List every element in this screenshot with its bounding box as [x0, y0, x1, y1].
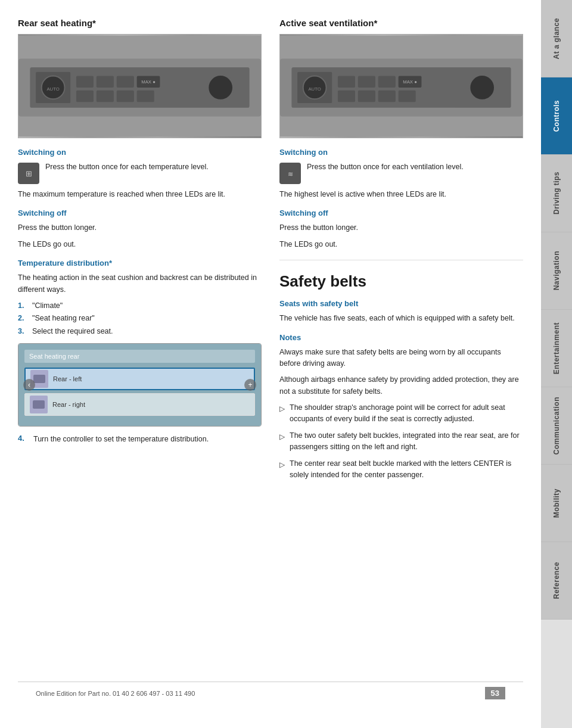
left-switching-on-icon-text: Press the button once for each temperatu… — [45, 161, 209, 173]
right-switching-off-title: Switching off — [279, 209, 523, 217]
step-2-text: "Seat heating rear" — [32, 313, 95, 324]
svg-rect-15 — [137, 91, 154, 102]
right-switching-on-row: ≋ Press the button once for each ventila… — [279, 161, 523, 184]
bullet-list: ▷ The shoulder strap's anchorage point w… — [279, 402, 523, 481]
tab-entertainment-label: Entertainment — [552, 322, 561, 374]
active-vent-image: AUTO MAX ● — [279, 34, 523, 138]
svg-rect-12 — [76, 91, 94, 102]
svg-rect-36 — [378, 91, 396, 102]
svg-rect-19 — [33, 375, 45, 383]
left-switching-on-row: ⊞ Press the button once for each tempera… — [18, 161, 262, 184]
left-switching-on-body: The maximum temperature is reached when … — [18, 189, 262, 200]
bullet-item-3: ▷ The center rear seat belt buckle marke… — [279, 458, 523, 481]
temp-dist-title: Temperature distribution* — [18, 259, 262, 267]
tab-at-a-glance[interactable]: At a glance — [541, 0, 572, 77]
vent-button-icon: ≋ — [279, 163, 301, 184]
bullet-text-2: The two outer safety belt buckles, integ… — [290, 430, 523, 453]
notes-body2: Although airbags enhance safety by provi… — [279, 374, 523, 397]
left-switching-on-title: Switching on — [18, 148, 262, 157]
step-1-num: 1. — [18, 300, 27, 312]
seats-title: Seats with safety belt — [279, 299, 523, 308]
seat-heating-screen: Seat heating rear Rear - left — [18, 343, 262, 427]
page-number: 53 — [485, 687, 505, 699]
bullet-arrow-3: ▷ — [279, 459, 285, 481]
svg-text:AUTO: AUTO — [46, 86, 59, 92]
tab-driving-tips-label: Driving tips — [552, 172, 561, 214]
step-4-text: Turn the controller to set the temperatu… — [33, 434, 209, 445]
screen-header: Seat heating rear — [24, 350, 255, 363]
svg-point-33 — [470, 75, 495, 101]
bullet-arrow-2: ▷ — [279, 431, 285, 453]
right-switching-off-line2: The LEDs go out. — [279, 239, 523, 250]
tab-driving-tips[interactable]: Driving tips — [541, 155, 572, 232]
step-3-num: 3. — [18, 326, 27, 337]
svg-rect-35 — [358, 91, 375, 102]
svg-text:MAX ●: MAX ● — [403, 79, 417, 85]
notes-title: Notes — [279, 333, 523, 342]
left-switching-off-line1: Press the button longer. — [18, 222, 262, 234]
sidebar-tabs: At a glance Controls Driving tips Naviga… — [541, 0, 572, 728]
svg-rect-14 — [117, 91, 134, 102]
right-switching-off-line1: Press the button longer. — [279, 222, 523, 234]
step-1: 1. "Climate" — [18, 300, 262, 312]
page-footer: Online Edition for Part no. 01 40 2 606 … — [18, 682, 523, 704]
screen-header-text: Seat heating rear — [29, 353, 79, 360]
svg-rect-21 — [33, 400, 45, 409]
svg-text:MAX ●: MAX ● — [141, 79, 156, 85]
tab-reference[interactable]: Reference — [541, 542, 572, 620]
svg-rect-7 — [97, 76, 114, 88]
tab-entertainment[interactable]: Entertainment — [541, 310, 572, 387]
screen-item-2: Rear - right — [24, 393, 255, 416]
svg-rect-8 — [117, 76, 134, 88]
heat-button-icon: ⊞ — [18, 163, 39, 184]
bullet-item-2: ▷ The two outer safety belt buckles, int… — [279, 430, 523, 453]
tab-reference-label: Reference — [552, 562, 561, 599]
svg-rect-34 — [338, 91, 355, 102]
tab-controls[interactable]: Controls — [541, 77, 572, 155]
bullet-arrow-1: ▷ — [279, 403, 285, 425]
screen-item-2-text: Rear - right — [52, 401, 85, 408]
right-switching-on-body: The highest level is active when three L… — [279, 189, 523, 200]
steps-list: 1. "Climate" 2. "Seat heating rear" 3. S… — [18, 300, 262, 337]
tab-navigation[interactable]: Navigation — [541, 232, 572, 310]
step-2: 2. "Seat heating rear" — [18, 313, 262, 324]
step-4-row: 4. Turn the controller to set the temper… — [18, 434, 262, 445]
seats-body: The vehicle has five seats, each of whic… — [279, 313, 523, 324]
step-1-text: "Climate" — [32, 300, 63, 312]
step-3: 3. Select the required seat. — [18, 326, 262, 337]
right-switching-on-title: Switching on — [279, 148, 523, 157]
screen-nav-left: ‹ — [23, 379, 35, 391]
right-switching-on-icon-text: Press the button once for each ventilati… — [307, 161, 464, 173]
tab-at-a-glance-label: At a glance — [552, 18, 561, 60]
svg-rect-37 — [399, 91, 416, 102]
svg-rect-28 — [338, 76, 355, 88]
active-vent-title: Active seat ventilation* — [279, 18, 523, 28]
screen-item-1: Rear - left — [24, 368, 255, 390]
bullet-item-1: ▷ The shoulder strap's anchorage point w… — [279, 402, 523, 425]
right-column: Active seat ventilation* AUTO — [279, 18, 523, 486]
step-4-num: 4. — [18, 434, 27, 443]
section-divider — [279, 260, 523, 260]
temp-dist-body: The heating action in the seat cushion a… — [18, 272, 262, 295]
step-3-text: Select the required seat. — [32, 326, 113, 337]
left-switching-off-title: Switching off — [18, 209, 262, 217]
tab-communication-label: Communication — [552, 397, 561, 455]
svg-rect-30 — [378, 76, 396, 88]
safety-belts-title: Safety belts — [279, 272, 523, 291]
step-2-num: 2. — [18, 313, 27, 324]
rear-seat-heating-image: AUTO MAX ● — [18, 34, 262, 138]
tab-communication[interactable]: Communication — [541, 387, 572, 465]
svg-text:⊞: ⊞ — [26, 169, 32, 178]
tab-mobility[interactable]: Mobility — [541, 465, 572, 542]
svg-point-11 — [208, 75, 234, 101]
svg-text:AUTO: AUTO — [308, 86, 321, 92]
left-switching-off-line2: The LEDs go out. — [18, 239, 262, 250]
left-column: Rear seat heating* AUTO — [18, 18, 262, 486]
notes-body1: Always make sure that safety belts are b… — [279, 347, 523, 370]
bullet-text-3: The center rear seat belt buckle marked … — [290, 458, 523, 481]
tab-controls-label: Controls — [552, 100, 561, 132]
rear-seat-heating-title: Rear seat heating* — [18, 18, 262, 28]
svg-rect-29 — [358, 76, 375, 88]
tab-mobility-label: Mobility — [552, 489, 561, 518]
footer-text: Online Edition for Part no. 01 40 2 606 … — [36, 690, 195, 697]
